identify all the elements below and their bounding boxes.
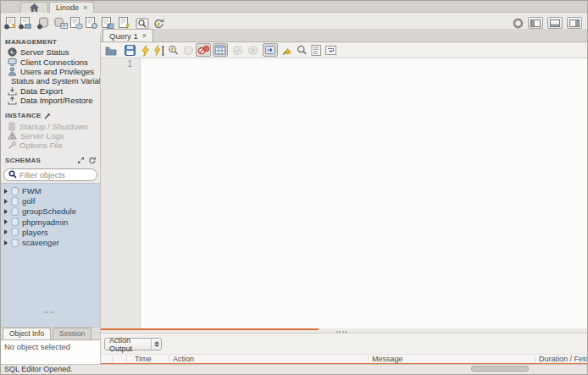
create-view-button[interactable] (68, 16, 84, 30)
status-message: SQL Editor Opened. (4, 365, 73, 373)
schema-filter-box (3, 168, 97, 181)
left-panel-icon (530, 19, 541, 27)
filter-objects-input[interactable] (19, 170, 92, 179)
create-procedure-button[interactable] (83, 16, 99, 30)
refresh-schemas-icon[interactable] (88, 157, 97, 164)
beautify-script-button[interactable] (280, 44, 294, 57)
expander-icon[interactable] (4, 209, 8, 214)
open-file-button[interactable] (104, 44, 118, 57)
sql-editor-toolbar (101, 41, 587, 58)
new-query-tab-icon (3, 17, 18, 30)
home-tab[interactable] (20, 2, 48, 13)
invisible-characters-icon (311, 45, 322, 56)
wrap-text-button[interactable] (324, 44, 337, 57)
close-icon[interactable]: × (142, 31, 147, 40)
schema-item-groupschedule[interactable]: groupSchedule (1, 207, 100, 217)
sidebar-item-server-logs[interactable]: Server Logs (1, 131, 100, 141)
navigator-sidebar: MANAGEMENT Server Status Client Connecti… (1, 35, 101, 366)
expander-icon[interactable] (4, 199, 8, 204)
toggle-output-area-button[interactable] (547, 17, 563, 29)
rollback-icon (247, 45, 258, 56)
tab-label: Object Info (9, 329, 44, 338)
sidebar-item-data-export[interactable]: Data Export (1, 86, 100, 96)
sidebar-item-label: Client Connections (20, 58, 88, 67)
commit-icon (232, 45, 243, 56)
commit-button[interactable] (230, 44, 244, 57)
create-schema-button[interactable] (36, 16, 52, 30)
horizontal-scrollbar-thumb[interactable] (471, 366, 529, 372)
schema-item-players[interactable]: players (1, 227, 100, 237)
sidebar-item-client-connections[interactable]: Client Connections (1, 57, 100, 66)
tab-session[interactable]: Session (53, 328, 92, 339)
sidebar-bottom-tabs: Object Info Session (1, 327, 100, 339)
toggle-stop-on-error-button[interactable] (196, 43, 211, 57)
toggle-autocommit-button[interactable] (263, 43, 278, 57)
sidebar-splitter-grip[interactable] (44, 312, 54, 314)
schema-icon (11, 239, 19, 247)
explain-magnifier-icon (168, 45, 180, 56)
stop-on-error-icon (197, 45, 210, 56)
save-script-button[interactable] (123, 44, 136, 57)
schema-item-golf[interactable]: golf (1, 196, 100, 207)
sidebar-item-users-privileges[interactable]: Users and Privileges (1, 67, 100, 76)
open-sql-script-icon (18, 17, 32, 30)
connection-tab[interactable]: Linode × (49, 2, 94, 13)
tab-query-1[interactable]: Query 1 × (103, 29, 153, 41)
edit-instance-icon[interactable] (44, 113, 51, 119)
schema-icon (11, 207, 19, 216)
schema-icon (11, 187, 19, 196)
schema-item-phpmyadmin[interactable]: phpmyadmin (1, 217, 100, 227)
tab-label: Session (59, 329, 85, 338)
search-data-icon (136, 18, 149, 30)
server-logs-icon (8, 131, 17, 140)
stop-query-button[interactable] (181, 44, 195, 57)
spinner-icon (151, 339, 161, 350)
action-output-selector[interactable]: Action Output (104, 338, 162, 350)
schema-icon (11, 218, 19, 226)
invisible-characters-button[interactable] (309, 44, 323, 57)
schema-label: golf (22, 196, 35, 206)
create-view-icon (69, 17, 83, 30)
execute-current-statement-button[interactable] (153, 44, 166, 57)
connection-tabbar: Linode × (1, 1, 587, 13)
schema-item-fwm[interactable]: FWM (1, 186, 100, 196)
home-icon (30, 3, 39, 12)
open-sql-script-button[interactable] (17, 16, 33, 30)
execute-statements-button[interactable] (138, 44, 152, 57)
schema-item-scavenger[interactable]: scavenger (1, 237, 100, 247)
expander-icon[interactable] (4, 229, 8, 234)
find-panel-button[interactable] (295, 44, 308, 57)
sidebar-item-options-file[interactable]: Options File (1, 141, 100, 150)
explain-statement-button[interactable] (167, 44, 180, 57)
toggle-right-sidebar-button[interactable] (567, 17, 582, 29)
expander-icon[interactable] (4, 189, 8, 194)
create-trigger-icon (117, 17, 131, 30)
management-section-title: MANAGEMENT (1, 35, 100, 47)
schema-icon (11, 228, 19, 236)
open-folder-icon (105, 46, 117, 56)
line-number: 1 (101, 58, 140, 69)
sql-editor[interactable]: 1 (101, 58, 587, 328)
sidebar-item-label: Data Export (20, 86, 63, 96)
expander-icon[interactable] (4, 219, 8, 224)
expander-icon[interactable] (4, 240, 8, 245)
sidebar-item-system-variables[interactable]: Status and System Variables (1, 76, 100, 85)
tab-object-info[interactable]: Object Info (3, 328, 51, 339)
rollback-button[interactable] (246, 44, 259, 57)
sidebar-item-data-import[interactable]: Data Import/Restore (1, 96, 100, 105)
create-function-icon (100, 17, 114, 30)
expand-schemas-icon[interactable] (77, 157, 85, 164)
mysql-workbench-window: Linode × (0, 0, 588, 375)
limit-rows-button[interactable] (213, 43, 228, 57)
instance-title-label: INSTANCE (5, 112, 42, 119)
create-table-button[interactable] (53, 16, 69, 30)
users-privileges-icon (8, 67, 17, 76)
sidebar-item-startup-shutdown[interactable]: Startup / Shutdown (1, 121, 100, 130)
management-title-label: MANAGEMENT (5, 38, 57, 46)
data-import-icon (8, 96, 17, 105)
stop-icon (183, 45, 194, 56)
sidebar-item-server-status[interactable]: Server Status (1, 47, 100, 57)
toggle-left-sidebar-button[interactable] (528, 17, 543, 29)
options-file-icon (8, 141, 16, 150)
close-icon[interactable]: × (83, 4, 87, 12)
